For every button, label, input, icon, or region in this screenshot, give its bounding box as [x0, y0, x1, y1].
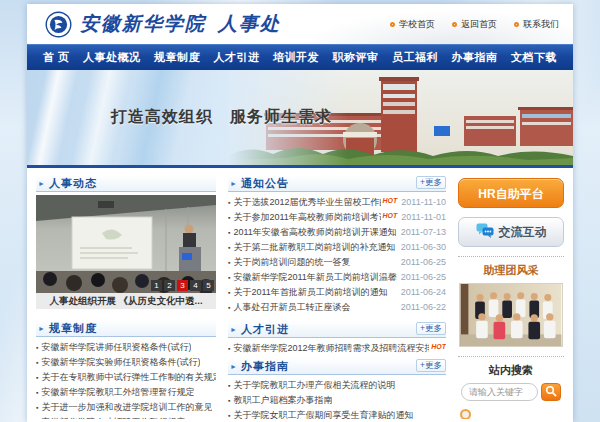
list-item[interactable]: ▪人事处召开新员工转正座谈会2011-06-22 [228, 300, 446, 315]
bullet-icon: ▪ [228, 285, 230, 300]
hot-badge: HOT [431, 341, 446, 354]
list-item[interactable]: ▪安徽新华学院实验师任职资格条件(试行) [36, 355, 216, 370]
list-item[interactable]: ▪关于学院教职工办理产假相关流程的说明 [228, 378, 446, 393]
nav-item-regulations[interactable]: 规章制度 [154, 50, 200, 65]
recruit-list: ▪安徽新华学院2012年教师招聘需求及招聘流程安排HOT [228, 341, 446, 356]
section-header-recruit: ► 人才引进 +更多 [228, 321, 446, 338]
list-item[interactable]: ▪安徽新华学院人才招聘工作暂行规定 [36, 415, 216, 419]
bullet-icon: ▪ [36, 415, 38, 419]
notices-list: ▪关于选拔2012届优秀毕业生留校工作的通知HOT2011-11-10 ▪关于参… [228, 195, 446, 315]
site-search-title: 站内搜索 [458, 363, 564, 378]
pager-1[interactable]: 1 [151, 280, 162, 291]
bullet-icon: ▪ [228, 393, 230, 408]
bullet-icon: ▪ [228, 195, 230, 210]
bullet-icon: ▪ [36, 370, 38, 385]
list-item[interactable]: ▪关于参加2011年高校教师岗前培训考试的通知HOT2011-11-01 [228, 210, 446, 225]
bullet-icon: ▪ [36, 400, 38, 415]
list-item[interactable]: ▪关于学院女职工产假期间享受生育津贴的通知 [228, 408, 446, 419]
more-button[interactable]: +更多 [416, 176, 446, 189]
slideshow-caption[interactable]: 人事处组织开展 《从历史文化中透... [36, 293, 216, 309]
list-item[interactable]: ▪关于岗前培训问题的统一答复2011-06-25 [228, 255, 446, 270]
bullet-icon: ▪ [36, 340, 38, 355]
column-middle: ► 通知公告 +更多 ▪关于选拔2012届优秀毕业生留校工作的通知HOT2011… [228, 175, 446, 419]
interact-button[interactable]: 交流互动 [458, 217, 564, 247]
dotted-divider [458, 356, 564, 357]
arrow-icon: ► [230, 326, 237, 333]
site-search [458, 383, 564, 401]
arrow-icon: ► [230, 363, 237, 370]
page-background: 安徽新华学院人事处 学校首页 返回首页 联系我们 首 页 人事处概况 规章制度 … [0, 0, 600, 422]
section-title: 人才引进 [241, 322, 289, 337]
list-item[interactable]: ▪关于在专职教师中试行弹性工作制的有关规定 [36, 370, 216, 385]
nav-item-recruitment[interactable]: 人才引进 [214, 50, 260, 65]
list-item[interactable]: ▪关于2011年首批新员工岗前培训的通知2011-06-24 [228, 285, 446, 300]
orange-dot-icon [390, 22, 395, 27]
item-date: 2011-06-24 [397, 285, 446, 300]
search-input[interactable] [461, 383, 538, 401]
list-item[interactable]: ▪关于第二批新教职工岗前培训的补充通知2011-06-30 [228, 240, 446, 255]
list-item[interactable]: ▪安徽新华学院教职工外培管理暂行规定 [36, 385, 216, 400]
arrow-icon: ► [38, 325, 45, 332]
pager-3-active[interactable]: 3 [177, 280, 188, 291]
section-title: 规章制度 [49, 321, 97, 336]
top-link-return-home[interactable]: 返回首页 [452, 18, 497, 31]
top-link-contact-us[interactable]: 联系我们 [514, 18, 559, 31]
university-logo-icon [45, 11, 72, 38]
bullet-icon: ▪ [36, 355, 38, 370]
list-item[interactable]: ▪关于进一步加强和改进学院培训工作的意见 [36, 400, 216, 415]
news-slideshow: 1 2 3 4 5 人事处组织开展 《从历史文化中透... [36, 195, 216, 309]
nav-item-guide[interactable]: 办事指南 [451, 50, 497, 65]
section-header-regulations: ► 规章制度 [36, 320, 216, 337]
brand: 安徽新华学院人事处 [45, 11, 281, 38]
regulations-list: ▪安徽新华学院讲师任职资格条件(试行) ▪安徽新华学院实验师任职资格条件(试行)… [36, 340, 216, 419]
hero-banner: 打造高效组织 服务师生需求 [27, 70, 573, 168]
arrow-icon: ► [38, 180, 45, 187]
section-title: 通知公告 [241, 176, 289, 191]
search-button[interactable] [541, 383, 561, 401]
nav-item-downloads[interactable]: 文档下载 [511, 50, 557, 65]
pager-5[interactable]: 5 [203, 280, 214, 291]
list-item[interactable]: ▪安徽新华学院讲师任职资格条件(试行) [36, 340, 216, 355]
list-item[interactable]: ▪2011年安徽省高校教师岗前培训开课通知2011-07-13 [228, 225, 446, 240]
site-title-main: 安徽新华学院 [80, 12, 206, 34]
hr-self-service-button[interactable]: HR自助平台 [458, 178, 564, 208]
site-title-dept: 人事处 [218, 12, 281, 34]
guide-list: ▪关于学院教职工办理产假相关流程的说明 ▪教职工户籍档案办事指南 ▪关于学院女职… [228, 378, 446, 419]
section-header-notices: ► 通知公告 +更多 [228, 175, 446, 192]
list-item[interactable]: ▪安徽新华学院2012年教师招聘需求及招聘流程安排HOT [228, 341, 446, 356]
bullet-icon: ▪ [228, 270, 230, 285]
nav-item-training[interactable]: 培训开发 [273, 50, 319, 65]
hot-badge: HOT [383, 195, 398, 208]
item-date: 2011-11-10 [397, 195, 446, 210]
nav-item-home[interactable]: 首 页 [43, 50, 70, 65]
bullet-icon: ▪ [36, 385, 38, 400]
pager-2[interactable]: 2 [164, 280, 175, 291]
list-item[interactable]: ▪关于选拔2012届优秀毕业生留校工作的通知HOT2011-11-10 [228, 195, 446, 210]
chat-bubbles-icon [476, 223, 494, 241]
partial-bottom-icon [460, 409, 471, 419]
pager-4[interactable]: 4 [190, 280, 201, 291]
dotted-divider [458, 256, 564, 257]
list-item[interactable]: ▪教职工户籍档案办事指南 [228, 393, 446, 408]
list-item[interactable]: ▪安徽新华学院2011年新员工岗前培训温馨提示2011-06-25 [228, 270, 446, 285]
nav-item-benefits[interactable]: 员工福利 [392, 50, 438, 65]
nav-item-title-review[interactable]: 职称评审 [332, 50, 378, 65]
more-button[interactable]: +更多 [416, 359, 446, 372]
nav-item-overview[interactable]: 人事处概况 [83, 50, 141, 65]
lecture-photo [36, 195, 216, 293]
hot-badge: HOT [383, 210, 398, 223]
top-bar: 安徽新华学院人事处 学校首页 返回首页 联系我们 [27, 4, 573, 44]
slideshow-pager: 1 2 3 4 5 [151, 280, 214, 291]
magnifier-icon [545, 385, 557, 400]
team-photo-title: 助理团风采 [458, 263, 564, 278]
section-header-guide: ► 办事指南 +更多 [228, 358, 446, 375]
bullet-icon: ▪ [228, 341, 230, 356]
top-links: 学校首页 返回首页 联系我们 [390, 18, 559, 31]
more-button[interactable]: +更多 [416, 322, 446, 335]
top-link-school-home[interactable]: 学校首页 [390, 18, 435, 31]
item-date: 2011-06-25 [397, 270, 446, 285]
bullet-icon: ▪ [228, 300, 230, 315]
bullet-icon: ▪ [228, 240, 230, 255]
orange-dot-icon [452, 22, 457, 27]
section-title: 人事动态 [49, 176, 97, 191]
